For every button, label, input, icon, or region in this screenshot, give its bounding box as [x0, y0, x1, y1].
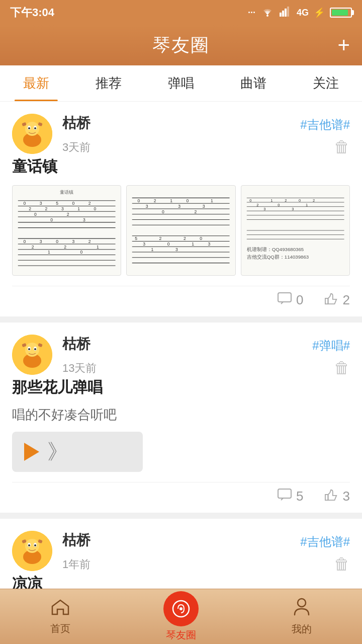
post-title: 童话镇 — [12, 156, 350, 177]
svg-text:3: 3 — [203, 204, 205, 209]
tab-score[interactable]: 曲谱 — [217, 65, 290, 101]
nav-profile-label: 我的 — [292, 622, 312, 636]
svg-text:5: 5 — [135, 236, 137, 241]
delete-button[interactable]: 🗑 — [334, 555, 350, 574]
svg-text:0: 0 — [278, 203, 280, 207]
post-card: 枯桥 #弹唱# 13天前 🗑 那些花儿弹唱 唱的不好凑合听吧 》 — [0, 323, 362, 513]
tab-follow[interactable]: 关注 — [290, 65, 362, 101]
svg-text:2: 2 — [313, 198, 315, 203]
svg-text:0: 0 — [167, 242, 170, 247]
sheet-image-1[interactable]: 童话镇 0 2 0 3 2 0 5 3 2 — [12, 185, 121, 276]
svg-text:2: 2 — [88, 201, 91, 206]
svg-text:2: 2 — [88, 239, 91, 244]
post-time: 13天前 — [62, 361, 97, 376]
svg-text:吉他交流QQ群：114039863: 吉他交流QQ群：114039863 — [246, 254, 308, 260]
status-icons: ··· 4G ⚡ — [248, 7, 352, 19]
home-icon — [51, 598, 70, 620]
svg-text:3: 3 — [72, 239, 74, 244]
delete-button[interactable]: 🗑 — [334, 359, 350, 377]
svg-text:3: 3 — [146, 204, 148, 209]
nav-home[interactable]: 首页 — [0, 598, 121, 635]
add-button[interactable]: + — [337, 35, 350, 56]
comment-count[interactable]: 0 — [277, 291, 303, 308]
comment-count[interactable]: 5 — [277, 488, 303, 505]
svg-text:0: 0 — [299, 198, 301, 203]
svg-text:0: 0 — [34, 212, 37, 217]
svg-rect-4 — [287, 7, 289, 17]
nav-profile[interactable]: 我的 — [241, 598, 362, 636]
delete-button[interactable]: 🗑 — [334, 138, 350, 156]
sheet-images: 童话镇 0 2 0 3 2 0 5 3 2 — [12, 185, 350, 276]
tab-latest[interactable]: 最新 — [0, 65, 72, 101]
svg-text:0: 0 — [249, 198, 251, 203]
svg-text:2: 2 — [184, 236, 186, 241]
user-name[interactable]: 枯桥 — [62, 114, 90, 133]
user-name[interactable]: 枯桥 — [62, 335, 90, 354]
like-count[interactable]: 2 — [324, 291, 350, 308]
svg-point-114 — [28, 348, 30, 350]
post-tag[interactable]: #弹唱# — [302, 338, 350, 354]
svg-text:2: 2 — [29, 206, 31, 211]
post-tag[interactable]: #吉他谱# — [290, 117, 350, 133]
svg-text:2: 2 — [32, 245, 34, 250]
post-meta: 枯桥 #弹唱# 13天前 🗑 — [62, 335, 350, 377]
battery-icon — [330, 8, 352, 18]
svg-text:0: 0 — [72, 201, 74, 206]
svg-rect-108 — [325, 298, 328, 304]
like-icon — [324, 488, 339, 505]
svg-point-0 — [266, 15, 268, 17]
like-icon — [324, 291, 339, 308]
sheet-image-3[interactable]: 0 2 3 1 0 2 3 0 1 2 机谱制谱：QQ493680365 吉他交… — [241, 185, 350, 276]
user-name[interactable]: 枯桥 — [62, 531, 90, 550]
signal-dots: ··· — [248, 8, 255, 18]
post-header: 枯桥 #弹唱# 13天前 🗑 — [12, 335, 350, 377]
post-meta: 枯桥 #吉他谱# 1年前 🗑 — [62, 531, 350, 574]
svg-text:0: 0 — [24, 201, 26, 206]
tab-recommended[interactable]: 推荐 — [72, 65, 145, 101]
sheet-image-2[interactable]: 0 3 2 0 1 3 0 2 3 1 5 3 — [126, 185, 235, 276]
svg-text:0: 0 — [50, 217, 53, 222]
svg-text:1: 1 — [211, 198, 213, 203]
svg-text:0: 0 — [162, 209, 164, 214]
svg-text:1: 1 — [192, 242, 195, 247]
comment-icon — [277, 488, 292, 505]
svg-point-126 — [34, 544, 36, 546]
status-bar: 下午3:04 ··· 4G ⚡ — [0, 0, 362, 25]
svg-text:0: 0 — [187, 198, 189, 203]
svg-text:3: 3 — [292, 207, 294, 211]
svg-text:0: 0 — [80, 250, 83, 255]
post-meta: 枯桥 #吉他谱# 3天前 🗑 — [62, 114, 350, 156]
svg-text:3: 3 — [40, 239, 42, 244]
svg-text:2: 2 — [159, 236, 162, 241]
post-title: 那些花儿弹唱 — [12, 377, 350, 398]
tab-performance[interactable]: 弹唱 — [145, 65, 217, 101]
nav-qinyouquan-label: 琴友圈 — [166, 628, 196, 642]
svg-text:2: 2 — [64, 245, 66, 250]
svg-text:1: 1 — [48, 250, 50, 255]
svg-text:1: 1 — [306, 203, 308, 207]
avatar[interactable] — [12, 114, 52, 154]
avatar[interactable] — [12, 335, 52, 375]
svg-text:3: 3 — [143, 242, 146, 247]
svg-text:0: 0 — [200, 236, 203, 241]
svg-text:1: 1 — [77, 206, 80, 211]
svg-rect-2 — [282, 11, 284, 17]
svg-text:0: 0 — [138, 198, 140, 203]
svg-text:3: 3 — [175, 247, 178, 252]
svg-point-160 — [298, 599, 306, 607]
post-tag[interactable]: #吉他谱# — [290, 534, 350, 550]
svg-text:2: 2 — [67, 212, 69, 217]
svg-text:3: 3 — [40, 201, 42, 206]
svg-text:0: 0 — [24, 239, 26, 244]
audio-player[interactable]: 》 — [12, 432, 143, 472]
qinyouquan-icon — [163, 591, 199, 626]
avatar[interactable] — [12, 531, 52, 571]
svg-text:3: 3 — [61, 206, 64, 211]
svg-text:0: 0 — [94, 206, 96, 211]
like-count[interactable]: 3 — [324, 488, 350, 505]
svg-rect-118 — [278, 489, 291, 498]
play-button[interactable] — [24, 443, 39, 461]
bottom-nav: 首页 琴友圈 我的 — [0, 589, 362, 644]
svg-rect-1 — [280, 13, 282, 17]
nav-qinyouquan[interactable]: 琴友圈 — [121, 591, 241, 642]
